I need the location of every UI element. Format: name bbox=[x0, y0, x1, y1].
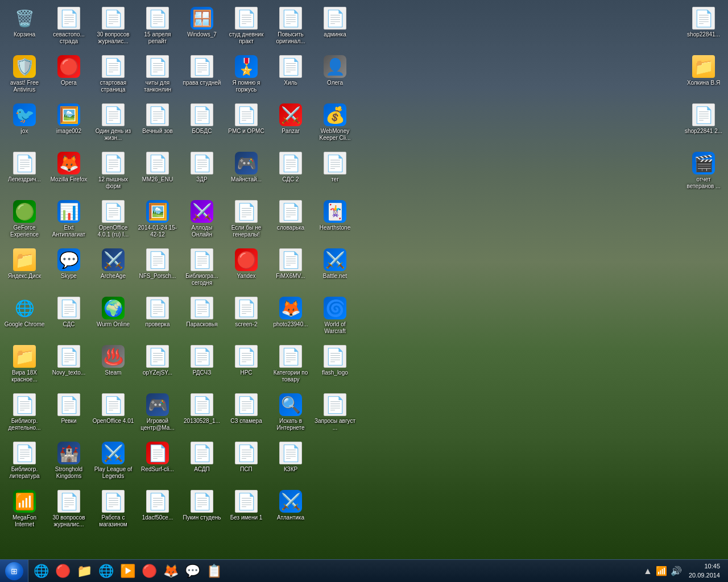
tb-media[interactable]: ▶️ bbox=[117, 561, 138, 581]
desktop-icon-biblio1[interactable]: 📄Библиогр. деятельно... bbox=[2, 391, 47, 439]
desktop-icon-holkina[interactable]: 📁Холкина В.Я bbox=[681, 53, 726, 101]
desktop-icon-opyZej[interactable]: 📄opYZejSY... bbox=[135, 343, 180, 391]
system-clock[interactable]: 10:45 20.09.2014 bbox=[685, 562, 723, 580]
desktop-icon-chrome[interactable]: 🌐Google Chrome bbox=[2, 294, 47, 343]
desktop-icon-adminika[interactable]: 📄админка bbox=[313, 5, 357, 53]
desktop-icon-zapros[interactable]: 📄Запросы август ... bbox=[313, 391, 357, 439]
desktop-icon-vira18[interactable]: 📁Вира 18Х красное... bbox=[2, 343, 47, 391]
desktop-icon-hearthstone[interactable]: 🃏Hearthstone bbox=[313, 198, 357, 246]
desktop-icon-asdp[interactable]: 📄АСДП bbox=[180, 439, 224, 488]
tray-volume[interactable]: 🔊 bbox=[671, 566, 682, 576]
desktop-icon-opera[interactable]: 🔴Opera bbox=[47, 53, 91, 101]
desktop-icon-ydisk[interactable]: 📁Яндекс.Диск bbox=[2, 246, 47, 294]
tb-explorer[interactable]: 📁 bbox=[74, 561, 94, 581]
desktop-icon-bobdc[interactable]: 📄БОБДС bbox=[180, 101, 224, 149]
desktop-icon-teg[interactable]: 📄тег bbox=[313, 149, 357, 198]
desktop-icon-sdc2[interactable]: 📄СДС 2 bbox=[268, 149, 313, 198]
desktop-icon-pukin[interactable]: 📄Пукин студень bbox=[180, 488, 224, 536]
desktop-icon-rdsch3[interactable]: 📄РДСЧЗ bbox=[180, 343, 224, 391]
desktop-icon-avast[interactable]: 🛡️avast! Free Antivirus bbox=[2, 53, 47, 101]
desktop-icon-allodi[interactable]: ⚔️Аллоды Онлайн bbox=[180, 198, 224, 246]
desktop-icon-npc[interactable]: 📄НРС bbox=[224, 343, 268, 391]
desktop-icon-biblio2[interactable]: 📄Библиогр. литература bbox=[2, 439, 47, 488]
desktop-icon-iskaty[interactable]: 🔍Искать в Интернете bbox=[268, 391, 313, 439]
tb-ie[interactable]: 🌐 bbox=[31, 561, 51, 581]
desktop-icon-mm26[interactable]: 📄MM26_ENU bbox=[135, 149, 180, 198]
desktop-icon-fimx6mv[interactable]: 📄FiMX6MV... bbox=[268, 246, 313, 294]
desktop-icon-30vopr[interactable]: 📄30 вопросов журналис... bbox=[47, 488, 91, 536]
desktop-icon-skype[interactable]: 💬Skype bbox=[47, 246, 91, 294]
desktop-icon-panzar[interactable]: ⚔️Panzar bbox=[268, 101, 313, 149]
desktop-icon-15april[interactable]: 📄15 апреля репайт bbox=[135, 5, 180, 53]
desktop-icon-lepedrish[interactable]: 📄Лепездрич... bbox=[2, 149, 47, 198]
desktop-icon-atlantika[interactable]: ⚔️Атлантика bbox=[268, 488, 313, 536]
tb-firefox[interactable]: 🦊 bbox=[160, 561, 181, 581]
start-button[interactable]: ⊞ bbox=[0, 560, 28, 583]
desktop-icon-firefox[interactable]: 🦊Mozilla Firefox bbox=[47, 149, 91, 198]
desktop-icon-image002[interactable]: 🖼️image002 bbox=[47, 101, 91, 149]
desktop-icon-archeage[interactable]: ⚔️ArcheAge bbox=[91, 246, 135, 294]
desktop-icon-povysit[interactable]: 📄Повысить оригинал... bbox=[268, 5, 313, 53]
desktop-icon-proverka[interactable]: 📄проверка bbox=[135, 294, 180, 343]
desktop-icon-12pysh[interactable]: 📄12 пышных форм bbox=[91, 149, 135, 198]
desktop-icon-redsurf[interactable]: 📄RedSurf-cli... bbox=[135, 439, 180, 488]
desktop-icon-esliby[interactable]: 📄Если бы не генералы! bbox=[224, 198, 268, 246]
desktop-icon-flash_logo[interactable]: 📄flash_logo bbox=[313, 343, 357, 391]
desktop-icon-webmoney[interactable]: 💰WebMoney Keeper Cli... bbox=[313, 101, 357, 149]
desktop-icon-rabota[interactable]: 📄Работа с магазином bbox=[91, 488, 135, 536]
desktop-icon-etxt[interactable]: 📊Etxt Антиплагиат bbox=[47, 198, 91, 246]
desktop-icon-geforce[interactable]: 🟢GeForce Experience bbox=[2, 198, 47, 246]
tray-arrow[interactable]: ▲ bbox=[643, 566, 652, 576]
desktop-icon-windows7[interactable]: 🪟Windows_7 bbox=[180, 5, 224, 53]
desktop-icon-steam[interactable]: ♨️Steam bbox=[91, 343, 135, 391]
desktop-icon-chity[interactable]: 📄читы для танконлин bbox=[135, 53, 180, 101]
desktop-icon-1dacf[interactable]: 📄1dacf50ce... bbox=[135, 488, 180, 536]
desktop-icon-bezimeni[interactable]: 📄Без имени 1 bbox=[224, 488, 268, 536]
desktop-icon-stronghold[interactable]: 🏰Stronghold Kingdoms bbox=[47, 439, 91, 488]
desktop-icon-jox[interactable]: 🐦jox bbox=[2, 101, 47, 149]
desktop-icon-zdr[interactable]: 📄ЗДР bbox=[180, 149, 224, 198]
desktop-icon-revki[interactable]: 📄Ревки bbox=[47, 391, 91, 439]
desktop-icon-leaguelol[interactable]: ⚔️Play League of Legends bbox=[91, 439, 135, 488]
desktop-icon-screen2[interactable]: 📄screen-2 bbox=[224, 294, 268, 343]
desktop-icon-paraskovya[interactable]: 📄Парасковья bbox=[180, 294, 224, 343]
desktop-icon-wurm[interactable]: 🌍Wurm Online bbox=[91, 294, 135, 343]
desktop-icon-slovarka[interactable]: 📄словарька bbox=[268, 198, 313, 246]
desktop-icon-kzkr[interactable]: 📄КЗКР bbox=[268, 439, 313, 488]
desktop-icon-psp[interactable]: 📄ПСП bbox=[224, 439, 268, 488]
desktop-icon-kategorii[interactable]: 📄Категории по товару bbox=[268, 343, 313, 391]
desktop-icon-stud_dnevik[interactable]: 📄студ дневник практ bbox=[224, 5, 268, 53]
desktop-icon-date2014[interactable]: 🖼️2014-01-24 15-42-12 bbox=[135, 198, 180, 246]
desktop-icon-olega[interactable]: 👤Олега bbox=[313, 53, 357, 101]
desktop-icon-igrovoy[interactable]: 🎮Игровой центр@Ма... bbox=[135, 391, 180, 439]
desktop-icon-novy[interactable]: 📄Novy_texto... bbox=[47, 343, 91, 391]
tb-yandex[interactable]: 🔴 bbox=[52, 561, 73, 581]
tray-network[interactable]: 📶 bbox=[656, 566, 667, 576]
desktop-icon-biblio3[interactable]: 📄Библиогра... сегодня bbox=[180, 246, 224, 294]
desktop-icon-sevastopol[interactable]: 📄севастопо... страда bbox=[47, 5, 91, 53]
desktop-icon-prava[interactable]: 📄права студней bbox=[180, 53, 224, 101]
tb-opera[interactable]: 🔴 bbox=[139, 561, 159, 581]
desktop-icon-cz_spamera[interactable]: 📄СЗ спамера bbox=[224, 391, 268, 439]
desktop-icon-startpage[interactable]: 📄стартовая страница bbox=[91, 53, 135, 101]
desktop-icon-sdc[interactable]: 📄СДС bbox=[47, 294, 91, 343]
desktop-icon-mainstay[interactable]: 🎮Майнстай... bbox=[224, 149, 268, 198]
desktop-icon-otchet[interactable]: 🎬отчет ветеранов ... bbox=[681, 149, 726, 198]
desktop-icon-battlenet[interactable]: ⚔️Battle.net bbox=[313, 246, 357, 294]
desktop-icon-shop1[interactable]: 📄shop22841... bbox=[681, 5, 726, 53]
desktop-icon-vechniy[interactable]: 📄Вечный зов bbox=[135, 101, 180, 149]
desktop-icon-20130528[interactable]: 📄20130528_1... bbox=[180, 391, 224, 439]
desktop-icon-openoffice2[interactable]: 📄OpenOffice 4.01 bbox=[91, 391, 135, 439]
desktop-icon-rmc[interactable]: 📄РМС и OPMC bbox=[224, 101, 268, 149]
desktop-icon-openoffice[interactable]: 📄OpenOffice 4.0.1 (ru) I... bbox=[91, 198, 135, 246]
desktop-icon-oneday[interactable]: 📄Один день из жизн... bbox=[91, 101, 135, 149]
desktop-icon-nfs[interactable]: 📄NFS_Porsch... bbox=[135, 246, 180, 294]
desktop-icon-hil[interactable]: 📄Хиль bbox=[268, 53, 313, 101]
desktop-icon-photo23940[interactable]: 🦊photo23940... bbox=[268, 294, 313, 343]
desktop-icon-yandex[interactable]: 🔴Yandex bbox=[224, 246, 268, 294]
tb-chrome[interactable]: 🌐 bbox=[96, 561, 116, 581]
tb-docs[interactable]: 📋 bbox=[204, 561, 224, 581]
desktop-icon-warcraft[interactable]: 🌀World of Warcraft bbox=[313, 294, 357, 343]
desktop-icon-megafon[interactable]: 📶MegaFon Internet bbox=[2, 488, 47, 536]
desktop-icon-yapomnu[interactable]: 🎖️Я помню я горжусь bbox=[224, 53, 268, 101]
